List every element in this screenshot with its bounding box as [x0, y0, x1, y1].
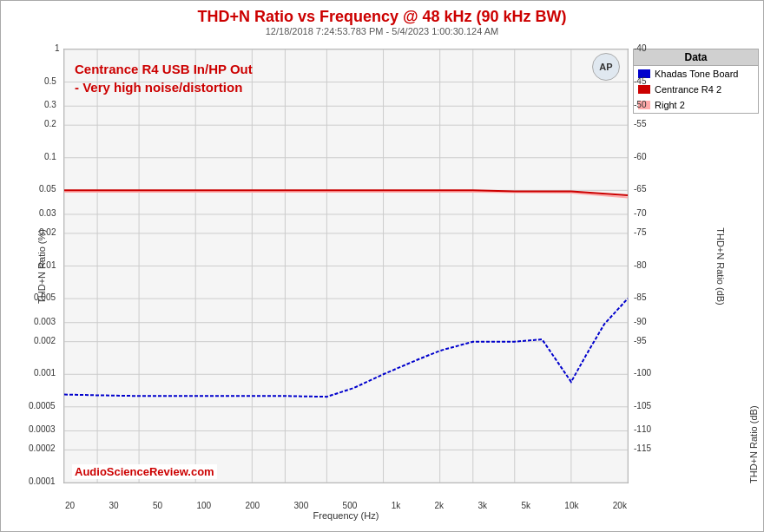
- y-axis-right-title: THD+N Ratio (dB): [748, 49, 759, 483]
- x-label: 20k: [613, 501, 627, 510]
- chart-subtitle: 12/18/2018 7:24:53.783 PM - 5/4/2023 1:0…: [1, 26, 763, 36]
- y-label-right: -90: [634, 317, 646, 326]
- y-label-right: -100: [634, 368, 651, 378]
- y-label-left: 0.2: [44, 119, 56, 128]
- y-label-left: 0.0001: [29, 476, 56, 486]
- x-label: 50: [153, 501, 162, 510]
- chart-title: THD+N Ratio vs Frequency @ 48 kHz (90 kH…: [1, 1, 763, 26]
- y-label-left: 0.3: [44, 100, 56, 109]
- x-label: 5k: [521, 501, 530, 510]
- y-label-left: 0.0002: [29, 443, 56, 453]
- chart-svg: [64, 49, 628, 483]
- y-label-right: -115: [634, 443, 651, 453]
- y-label-right: -95: [634, 336, 646, 345]
- y-label-right: -45: [634, 76, 646, 86]
- y-label-left: 0.1: [44, 152, 56, 161]
- x-label: 20: [65, 501, 75, 510]
- y-label-right: -65: [634, 184, 646, 194]
- legend-label-2: Centrance R4 2: [655, 84, 721, 95]
- x-label: 3k: [478, 501, 487, 510]
- annotation-text: Centrance R4 USB In/HP Out - Very high n…: [75, 60, 253, 96]
- y-label-left: 1: [55, 43, 60, 53]
- legend-color-2: [638, 85, 650, 94]
- y-label-left: 0.001: [34, 368, 56, 378]
- legend-label-3: Right 2: [655, 100, 685, 110]
- legend-item-3: Right 2: [634, 97, 758, 113]
- y-label-right: -75: [634, 227, 646, 237]
- ap-logo: AP: [592, 53, 620, 81]
- x-axis-title: Frequency (Hz): [63, 510, 629, 521]
- y-label-left: 0.05: [39, 184, 56, 194]
- y-axis-left-title: THD+N Ratio (%): [36, 229, 47, 304]
- y-label-right: -70: [634, 208, 646, 218]
- y-label-right: -80: [634, 260, 646, 270]
- legend-label-1: Khadas Tone Board: [655, 69, 738, 79]
- y-label-left: 0.5: [44, 76, 56, 86]
- y-label-left: 0.002: [34, 336, 56, 345]
- y-label-left: 0.0003: [29, 424, 56, 434]
- y-label-right: -40: [634, 43, 646, 53]
- y-label-right: -85: [634, 292, 646, 302]
- legend: Data Khadas Tone Board Centrance R4 2 Ri…: [633, 49, 759, 114]
- x-label: 100: [196, 501, 211, 510]
- x-label: 300: [294, 501, 309, 510]
- chart-area: [63, 49, 629, 483]
- y-label-right: -50: [634, 100, 646, 109]
- chart-container: THD+N Ratio vs Frequency @ 48 kHz (90 kH…: [0, 0, 764, 532]
- y-label-right: -105: [634, 401, 651, 410]
- x-axis: 2030501002003005001k2k3k5k10k20k Frequen…: [63, 501, 629, 522]
- legend-item-2: Centrance R4 2: [634, 82, 758, 97]
- y-label-left: 0.003: [34, 317, 56, 326]
- y-label-left: 0.0005: [29, 401, 56, 410]
- y-label-right: -55: [634, 119, 646, 128]
- watermark: AudioScienceReview.com: [72, 464, 217, 479]
- x-axis-labels: 2030501002003005001k2k3k5k10k20k: [63, 501, 629, 510]
- x-label: 30: [109, 501, 118, 510]
- x-label: 500: [343, 501, 358, 510]
- y-label-right: -60: [634, 152, 646, 161]
- legend-item-1: Khadas Tone Board: [634, 66, 758, 82]
- legend-title: Data: [634, 49, 758, 66]
- x-label: 1k: [392, 501, 401, 510]
- x-label: 10k: [564, 501, 578, 510]
- x-label: 200: [246, 501, 260, 510]
- x-label: 2k: [435, 501, 445, 510]
- y-label-left: 0.03: [39, 208, 56, 218]
- y-label-right: -110: [634, 424, 651, 434]
- y-axis-right-title-span: THD+N Ratio (dB): [715, 227, 726, 305]
